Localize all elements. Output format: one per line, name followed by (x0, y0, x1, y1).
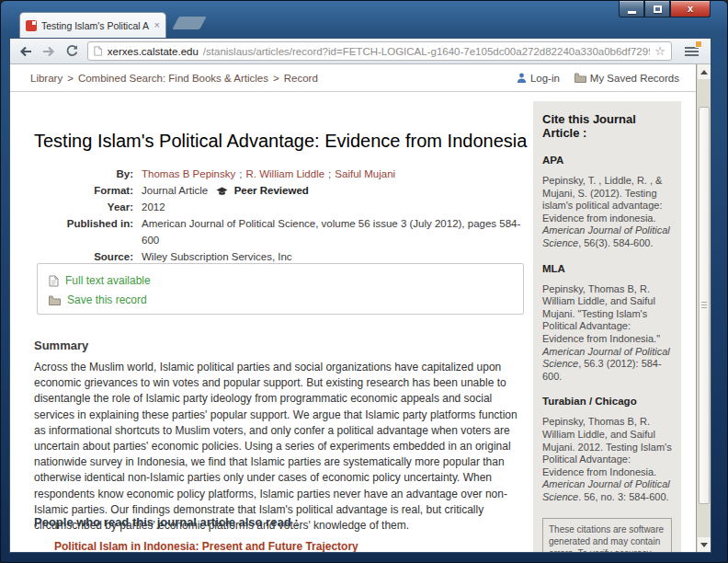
citation-text: Pepinsky, Thomas B, R. William Liddle, a… (542, 283, 672, 384)
menu-notification-badge (695, 40, 702, 48)
breadcrumb-current: Record (284, 73, 318, 84)
scroll-up-button[interactable] (698, 64, 711, 79)
full-text-link[interactable]: Full text available (49, 271, 512, 291)
reload-icon (65, 44, 79, 58)
person-icon (517, 73, 527, 84)
author-link[interactable]: Saiful Mujani (335, 168, 395, 179)
citation-style-name: APA (542, 155, 672, 166)
peer-reviewed-label: Peer Reviewed (234, 185, 309, 196)
saved-records-link[interactable]: My Saved Records (574, 73, 679, 84)
meta-label-published-in: Published in: (34, 215, 133, 248)
back-button[interactable] (17, 42, 33, 61)
citation-text: Pepinsky, T. , Liddle, R. , & Mujani, S.… (542, 175, 672, 250)
maximize-icon (654, 6, 662, 13)
citation-text: Pepinsky, Thomas B, R. William Liddle, a… (542, 416, 672, 503)
tab-close-icon[interactable]: × (154, 20, 160, 30)
scroll-down-button[interactable] (698, 537, 711, 552)
page-icon (94, 45, 102, 57)
new-tab-button[interactable] (172, 17, 206, 29)
bookmark-star-icon[interactable]: ☆ (654, 44, 665, 58)
citation-disclaimer: These citations are software generated a… (542, 518, 672, 552)
breadcrumb-separator: > (67, 73, 74, 84)
record-metadata: By: Thomas B Pepinsky;R. William Liddle;… (34, 166, 535, 265)
back-arrow-icon (18, 44, 33, 59)
citation-style-name: Turabian / Chicago (542, 396, 672, 407)
author-link[interactable]: Thomas B Pepinsky (142, 168, 235, 179)
meta-value-published-in: American Journal of Political Science, v… (142, 215, 535, 248)
tab-title: Testing Islam's Political A (41, 20, 150, 31)
window-controls: x (619, 1, 711, 17)
breadcrumb-library-link[interactable]: Library (30, 73, 63, 84)
login-link[interactable]: Log-in (517, 73, 560, 84)
browser-client: xerxes.calstate.edu/stanislaus/articles/… (9, 38, 711, 553)
breadcrumb-separator: > (273, 73, 279, 84)
vertical-scrollbar[interactable] (696, 64, 711, 552)
citation-mla: MLA Pepinsky, Thomas B, R. William Liddl… (542, 263, 672, 384)
meta-label-by: By: (34, 166, 133, 182)
record-actions-box: Full text available Save this record (37, 263, 524, 315)
author-link[interactable]: R. William Liddle (245, 168, 324, 179)
related-article-link[interactable]: Political Islam in Indonesia: Present an… (54, 540, 358, 552)
maximize-button[interactable] (644, 1, 670, 17)
browser-window: x Testing Islam's Political A × xerxes.c… (0, 0, 728, 563)
folder-icon (49, 295, 61, 305)
close-button[interactable]: x (670, 1, 711, 17)
summary-heading: Summary (34, 339, 88, 352)
minimize-icon (628, 11, 636, 14)
meta-value-authors: Thomas B Pepinsky;R. William Liddle;Saif… (142, 166, 395, 182)
citation-heading: Cite this Journal Article : (542, 112, 672, 140)
url-path: /stanislaus/articles/record?id=FETCH-LOG… (203, 46, 651, 57)
record-title: Testing Islam's Political Advantage: Evi… (34, 131, 527, 152)
document-icon (49, 275, 59, 287)
forward-arrow-icon (41, 44, 56, 59)
forward-button[interactable] (40, 42, 56, 61)
folder-icon (574, 73, 586, 83)
minimize-button[interactable] (619, 1, 644, 17)
meta-row-year: Year: 2012 (34, 199, 535, 215)
breadcrumb-search-link[interactable]: Combined Search: Find Books & Articles (78, 73, 268, 84)
arrow-down-icon (700, 543, 708, 547)
related-heading: People who read this journal article als… (34, 515, 299, 529)
reload-button[interactable] (64, 42, 80, 61)
meta-label-year: Year: (34, 199, 133, 215)
citation-sidebar: Cite this Journal Article : APA Pepinsky… (533, 101, 681, 552)
peer-reviewed-icon (216, 187, 228, 196)
scrollbar-thumb[interactable] (699, 107, 710, 504)
meta-row-by: By: Thomas B Pepinsky;R. William Liddle;… (34, 166, 535, 182)
browser-tab[interactable]: Testing Islam's Political A × (19, 12, 166, 38)
url-host: xerxes.calstate.edu (108, 46, 199, 57)
arrow-up-icon (700, 70, 708, 75)
meta-value-year: 2012 (142, 199, 165, 215)
save-record-link[interactable]: Save this record (49, 291, 512, 310)
meta-label-format: Format: (34, 182, 133, 199)
meta-row-published-in: Published in: American Journal of Politi… (34, 215, 535, 248)
page-content: Library > Combined Search: Find Books & … (10, 64, 696, 552)
breadcrumb: Library > Combined Search: Find Books & … (10, 64, 696, 92)
summary-text: Across the Muslim world, Islamic politic… (34, 360, 531, 534)
meta-value-format: Journal Article Peer Reviewed (142, 182, 309, 199)
meta-row-format: Format: Journal Article Peer Reviewed (34, 182, 535, 199)
citation-turabian: Turabian / Chicago Pepinsky, Thomas B, R… (542, 396, 672, 503)
citation-apa: APA Pepinsky, T. , Liddle, R. , & Mujani… (542, 155, 672, 250)
tab-favicon-icon (26, 20, 37, 31)
citation-style-name: MLA (542, 263, 672, 274)
browser-toolbar: xerxes.calstate.edu/stanislaus/articles/… (10, 39, 711, 64)
scrollbar-grip (701, 302, 707, 309)
address-bar[interactable]: xerxes.calstate.edu/stanislaus/articles/… (87, 41, 672, 61)
menu-button[interactable] (679, 42, 703, 61)
close-icon: x (688, 4, 693, 14)
